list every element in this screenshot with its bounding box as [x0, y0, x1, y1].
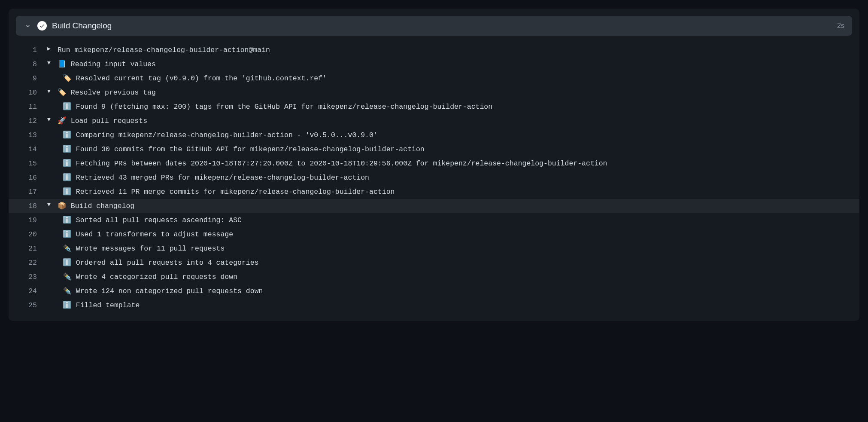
line-number[interactable]: 21: [16, 242, 47, 256]
line-text: 🚀 Load pull requests: [53, 114, 147, 128]
fold-expanded-icon[interactable]: ▼: [47, 86, 53, 97]
line-number[interactable]: 15: [16, 156, 47, 171]
line-text: ℹ️ Retrieved 11 PR merge commits for mik…: [53, 185, 395, 199]
line-number[interactable]: 8: [16, 57, 47, 71]
line-content: ℹ️ Used 1 transformers to adjust message: [47, 227, 852, 242]
log-line[interactable]: 16 ℹ️ Retrieved 43 merged PRs for mikepe…: [9, 171, 859, 185]
line-content: ℹ️ Ordered all pull requests into 4 cate…: [47, 256, 852, 270]
step-title: Build Changelog: [52, 21, 832, 31]
line-text: 📘 Reading input values: [53, 57, 156, 71]
line-content: ℹ️ Comparing mikepenz/release-changelog-…: [47, 128, 852, 142]
line-text: ℹ️ Filled template: [53, 298, 140, 312]
line-text: ℹ️ Found 9 (fetching max: 200) tags from…: [53, 100, 492, 114]
line-content: ▼ 🚀 Load pull requests: [47, 114, 852, 128]
line-number[interactable]: 14: [16, 142, 47, 156]
log-line[interactable]: 23 ✒️ Wrote 4 categorized pull requests …: [9, 270, 859, 284]
log-line[interactable]: 19 ℹ️ Sorted all pull requests ascending…: [9, 213, 859, 227]
line-content: ▼ 📦 Build changelog: [47, 199, 852, 213]
line-text: Run mikepenz/release-changelog-builder-a…: [53, 43, 270, 57]
line-content: ▼ 🏷️ Resolve previous tag: [47, 86, 852, 100]
line-number[interactable]: 11: [16, 100, 47, 114]
line-content: 🏷️ Resolved current tag (v0.9.0) from th…: [47, 71, 852, 86]
line-number[interactable]: 23: [16, 270, 47, 284]
line-content: ℹ️ Found 30 commits from the GitHub API …: [47, 142, 852, 156]
log-line[interactable]: 13 ℹ️ Comparing mikepenz/release-changel…: [9, 128, 859, 142]
line-content: ✒️ Wrote messages for 11 pull requests: [47, 242, 852, 256]
line-text: 📦 Build changelog: [53, 199, 134, 213]
line-number[interactable]: 9: [16, 71, 47, 86]
line-text: 🏷️ Resolve previous tag: [53, 86, 156, 100]
line-text: ✒️ Wrote 124 non categorized pull reques…: [53, 284, 263, 298]
line-number[interactable]: 24: [16, 284, 47, 298]
log-line[interactable]: 9 🏷️ Resolved current tag (v0.9.0) from …: [9, 71, 859, 86]
log-line[interactable]: 25 ℹ️ Filled template: [9, 298, 859, 312]
line-content: ▼ 📘 Reading input values: [47, 57, 852, 71]
line-number[interactable]: 20: [16, 227, 47, 242]
fold-expanded-icon[interactable]: ▼: [47, 57, 53, 69]
line-content: ℹ️ Sorted all pull requests ascending: A…: [47, 213, 852, 227]
line-content: ℹ️ Retrieved 43 merged PRs for mikepenz/…: [47, 171, 852, 185]
line-text: ℹ️ Retrieved 43 merged PRs for mikepenz/…: [53, 171, 369, 185]
line-number[interactable]: 17: [16, 185, 47, 199]
line-text: ✒️ Wrote messages for 11 pull requests: [53, 242, 225, 256]
line-number[interactable]: 13: [16, 128, 47, 142]
line-text: ✒️ Wrote 4 categorized pull requests dow…: [53, 270, 237, 284]
line-number[interactable]: 25: [16, 298, 47, 312]
collapse-toggle-icon[interactable]: [24, 21, 32, 30]
log-line[interactable]: 17 ℹ️ Retrieved 11 PR merge commits for …: [9, 185, 859, 199]
log-line[interactable]: 1▶ Run mikepenz/release-changelog-builde…: [9, 43, 859, 57]
log-line[interactable]: 15 ℹ️ Fetching PRs between dates 2020-10…: [9, 156, 859, 171]
status-success-icon: [37, 21, 47, 31]
line-text: ℹ️ Found 30 commits from the GitHub API …: [53, 142, 425, 156]
line-text: ℹ️ Sorted all pull requests ascending: A…: [53, 213, 242, 227]
line-content: ℹ️ Found 9 (fetching max: 200) tags from…: [47, 100, 852, 114]
log-line[interactable]: 12▼ 🚀 Load pull requests: [9, 114, 859, 128]
line-content: ℹ️ Fetching PRs between dates 2020-10-18…: [47, 156, 852, 171]
line-content: ✒️ Wrote 124 non categorized pull reques…: [47, 284, 852, 298]
line-number[interactable]: 19: [16, 213, 47, 227]
log-line[interactable]: 20 ℹ️ Used 1 transformers to adjust mess…: [9, 227, 859, 242]
log-line[interactable]: 18▼ 📦 Build changelog: [9, 199, 859, 213]
line-content: ℹ️ Filled template: [47, 298, 852, 312]
line-content: ✒️ Wrote 4 categorized pull requests dow…: [47, 270, 852, 284]
line-text: ℹ️ Ordered all pull requests into 4 cate…: [53, 256, 259, 270]
log-line[interactable]: 24 ✒️ Wrote 124 non categorized pull req…: [9, 284, 859, 298]
log-line[interactable]: 14 ℹ️ Found 30 commits from the GitHub A…: [9, 142, 859, 156]
line-text: ℹ️ Fetching PRs between dates 2020-10-18…: [53, 156, 607, 171]
line-number[interactable]: 12: [16, 114, 47, 128]
log-body: 1▶ Run mikepenz/release-changelog-builde…: [9, 43, 859, 312]
line-number[interactable]: 16: [16, 171, 47, 185]
line-number[interactable]: 22: [16, 256, 47, 270]
line-number[interactable]: 18: [16, 199, 47, 213]
line-text: 🏷️ Resolved current tag (v0.9.0) from th…: [53, 71, 327, 86]
log-line[interactable]: 21 ✒️ Wrote messages for 11 pull request…: [9, 242, 859, 256]
line-text: ℹ️ Comparing mikepenz/release-changelog-…: [53, 128, 378, 142]
log-line[interactable]: 8▼ 📘 Reading input values: [9, 57, 859, 71]
line-content: ▶ Run mikepenz/release-changelog-builder…: [47, 43, 852, 57]
line-text: ℹ️ Used 1 transformers to adjust message: [53, 227, 233, 242]
fold-collapsed-icon[interactable]: ▶: [47, 43, 53, 55]
log-line[interactable]: 11 ℹ️ Found 9 (fetching max: 200) tags f…: [9, 100, 859, 114]
step-duration: 2s: [837, 22, 844, 30]
fold-expanded-icon[interactable]: ▼: [47, 199, 53, 211]
log-line[interactable]: 10▼ 🏷️ Resolve previous tag: [9, 86, 859, 100]
log-panel: Build Changelog 2s 1▶ Run mikepenz/relea…: [9, 9, 859, 321]
log-line[interactable]: 22 ℹ️ Ordered all pull requests into 4 c…: [9, 256, 859, 270]
fold-expanded-icon[interactable]: ▼: [47, 114, 53, 125]
line-number[interactable]: 10: [16, 86, 47, 100]
line-content: ℹ️ Retrieved 11 PR merge commits for mik…: [47, 185, 852, 199]
line-number[interactable]: 1: [16, 43, 47, 57]
step-header[interactable]: Build Changelog 2s: [16, 16, 852, 36]
